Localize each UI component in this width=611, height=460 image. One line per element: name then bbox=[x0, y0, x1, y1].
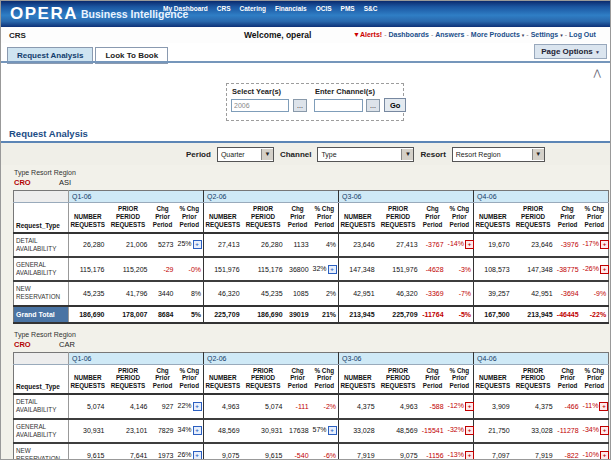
metric-value: -14%+ bbox=[446, 233, 474, 257]
request-analysis-table-asi: Q1-06Q2-06Q3-06Q4-06Request_TypeNUMBER R… bbox=[13, 190, 609, 324]
expand-plus-icon[interactable]: + bbox=[193, 426, 202, 435]
expand-plus-icon[interactable]: + bbox=[599, 402, 608, 411]
metric-value: -12%+ bbox=[446, 394, 474, 418]
grand-total-value: 5% bbox=[176, 306, 204, 323]
metric-value: 17638 bbox=[285, 419, 311, 443]
expand-plus-icon[interactable]: + bbox=[600, 265, 609, 274]
top-banner: OPERA Business Intelligence My Dashboard… bbox=[1, 1, 610, 27]
metric-value: 9,075 bbox=[204, 443, 242, 460]
grand-total-value: 213,945 bbox=[339, 306, 377, 323]
metric-value: 147,348 bbox=[339, 257, 377, 281]
header-link-settings[interactable]: Settings bbox=[531, 31, 559, 38]
header-link-dashboards[interactable]: Dashboards bbox=[388, 31, 428, 38]
header-link-log-out[interactable]: Log Out bbox=[569, 31, 596, 38]
expand-plus-icon[interactable]: + bbox=[193, 240, 202, 249]
expand-plus-icon[interactable]: + bbox=[600, 240, 609, 249]
metric-value: -0% bbox=[176, 257, 204, 281]
welcome-text: Welcome, operal bbox=[244, 30, 311, 40]
channel-picker-button[interactable]: ... bbox=[366, 99, 380, 112]
chevron-down-icon: ▼ bbox=[532, 149, 544, 160]
metric-value: 7,919 bbox=[512, 443, 555, 460]
opera-logo: OPERA bbox=[10, 4, 78, 24]
request-analysis-table-car: Q1-06Q2-06Q3-06Q4-06Request_TypeNUMBER R… bbox=[13, 352, 609, 460]
year-input[interactable] bbox=[231, 99, 289, 112]
chevron-down-icon: ▼ bbox=[401, 149, 413, 160]
nav-item-ocis[interactable]: OCIS bbox=[316, 5, 332, 12]
nav-item-financials[interactable]: Financials bbox=[275, 5, 307, 12]
measure-header: NUMBER REQUESTS bbox=[204, 203, 242, 233]
header-link-answers[interactable]: Answers bbox=[435, 31, 464, 38]
expand-plus-icon[interactable]: + bbox=[600, 451, 609, 460]
request-type-cell: DETAIL AVAILABILITY bbox=[14, 233, 69, 257]
channel-label: Channel bbox=[280, 150, 312, 159]
table-row: NEW RESERVATION45,23541,79634408%46,3204… bbox=[14, 281, 609, 305]
year-picker-button[interactable]: ... bbox=[293, 99, 307, 112]
metric-value: 7,919 bbox=[339, 443, 377, 460]
measure-header: PRIOR PERIOD REQUESTS bbox=[377, 364, 420, 394]
nav-item-crs[interactable]: CRS bbox=[217, 5, 231, 12]
expand-plus-icon[interactable]: + bbox=[328, 265, 337, 274]
expand-plus-icon[interactable]: + bbox=[600, 426, 609, 435]
collapse-section-icon[interactable]: ⋀ bbox=[594, 69, 601, 77]
expand-plus-icon[interactable]: + bbox=[193, 402, 202, 411]
measure-header: Chg Prior Period bbox=[555, 364, 581, 394]
header-link-more-products[interactable]: More Products bbox=[471, 31, 520, 38]
chevron-down-icon: ▾ bbox=[522, 32, 525, 38]
nav-item-catering[interactable]: Catering bbox=[240, 5, 266, 12]
metric-value: 4,963 bbox=[204, 394, 242, 418]
expand-plus-icon[interactable]: + bbox=[193, 451, 202, 460]
metric-value: 46,320 bbox=[204, 281, 242, 305]
channel-select[interactable]: Type ▼ bbox=[317, 147, 414, 162]
metric-value: 32%+ bbox=[311, 257, 339, 281]
expand-plus-icon[interactable]: + bbox=[465, 402, 474, 411]
request-type-cell: NEW RESERVATION bbox=[14, 281, 69, 305]
grand-total-value: 39019 bbox=[285, 306, 311, 323]
divider bbox=[1, 61, 610, 63]
grand-total-value: 8684 bbox=[150, 306, 176, 323]
nav-item-my-dashboard[interactable]: My Dashboard bbox=[163, 5, 208, 12]
go-button[interactable]: Go bbox=[384, 98, 406, 112]
grand-total-row: Grand Total186,690178,00786845%225,70918… bbox=[14, 306, 609, 323]
measure-header: PRIOR PERIOD REQUESTS bbox=[512, 364, 555, 394]
metric-value: -540 bbox=[285, 443, 311, 460]
metric-value: 7,641 bbox=[107, 443, 150, 460]
table-row: GENERAL AVAILABILITY30,93123,101782934%+… bbox=[14, 419, 609, 443]
metric-value: 23,646 bbox=[512, 233, 555, 257]
nav-item-s-c[interactable]: S&C bbox=[364, 5, 378, 12]
channel-input[interactable] bbox=[314, 99, 363, 112]
link-separator: - bbox=[565, 31, 567, 38]
expand-plus-icon[interactable]: + bbox=[465, 451, 474, 460]
metric-value: -3369 bbox=[420, 281, 446, 305]
metric-value: 26%+ bbox=[176, 443, 204, 460]
link-separator: - bbox=[384, 31, 386, 38]
metric-value: 3,909 bbox=[474, 394, 512, 418]
metric-value: 108,573 bbox=[474, 257, 512, 281]
metric-value: -11278 bbox=[555, 419, 581, 443]
header-link-alerts-[interactable]: Alerts! bbox=[360, 31, 382, 38]
period-select[interactable]: Quarter ▼ bbox=[217, 147, 274, 162]
quarter-header: Q2-06 bbox=[204, 352, 339, 364]
metric-value: 23,646 bbox=[339, 233, 377, 257]
metric-value: 21,750 bbox=[474, 419, 512, 443]
expand-plus-icon[interactable]: + bbox=[465, 426, 474, 435]
metric-value: 1973 bbox=[150, 443, 176, 460]
metric-value: -111 bbox=[285, 394, 311, 418]
expand-plus-icon[interactable]: + bbox=[465, 240, 474, 249]
metric-value: 151,976 bbox=[377, 257, 420, 281]
expand-plus-icon[interactable]: + bbox=[328, 426, 337, 435]
measure-header: % Chg Prior Period bbox=[311, 203, 339, 233]
measure-header: NUMBER REQUESTS bbox=[69, 364, 107, 394]
measure-header: NUMBER REQUESTS bbox=[339, 203, 377, 233]
resort-select-value: Resort Region bbox=[456, 151, 501, 158]
measure-header: PRIOR PERIOD REQUESTS bbox=[242, 203, 285, 233]
resort-select[interactable]: Resort Region ▼ bbox=[452, 147, 545, 162]
grand-total-value: 186,690 bbox=[242, 306, 285, 323]
metric-value: 30,931 bbox=[69, 419, 107, 443]
metric-value: -7% bbox=[446, 281, 474, 305]
nav-item-pms[interactable]: PMS bbox=[341, 5, 355, 12]
measure-header: Chg Prior Period bbox=[150, 364, 176, 394]
metric-value: 39,257 bbox=[474, 281, 512, 305]
app-window: OPERA Business Intelligence My Dashboard… bbox=[0, 0, 611, 460]
chevron-down-icon: ▾ bbox=[560, 32, 563, 38]
page-options-button[interactable]: Page Options ▼ bbox=[534, 44, 607, 59]
